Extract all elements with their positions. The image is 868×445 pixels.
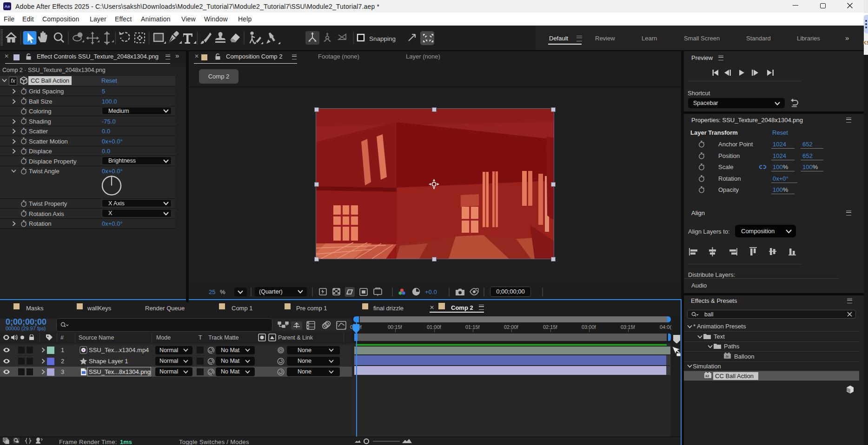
svg-text:32: 32 bbox=[705, 374, 709, 378]
svg-text:fx: fx bbox=[726, 354, 729, 359]
